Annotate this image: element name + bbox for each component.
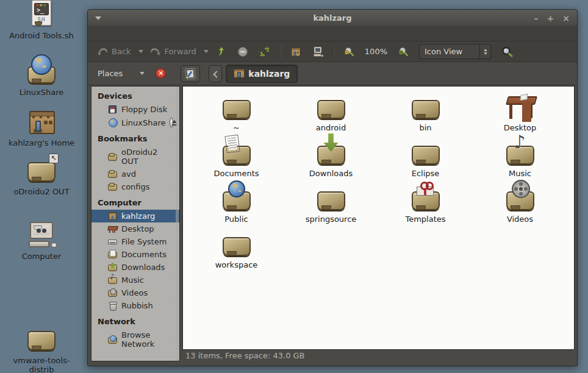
search-button[interactable] xyxy=(497,43,517,60)
desktop-icon[interactable]: Computer xyxy=(2,221,81,261)
sidebar-item[interactable]: Music xyxy=(91,274,179,286)
sidebar-item[interactable]: configs xyxy=(91,180,179,193)
window-title: kahlzarg xyxy=(88,13,577,23)
back-label: Back xyxy=(112,47,131,56)
zoom-out-icon xyxy=(343,46,355,58)
sidebar-section: Computer kahlzarg Desktop xyxy=(91,193,179,312)
home-button[interactable] xyxy=(286,43,306,60)
file-icon-item[interactable]: Documents xyxy=(189,140,284,185)
view-mode-select[interactable]: Icon View xyxy=(419,44,491,59)
desk-icon xyxy=(503,94,537,122)
folder-emblem-icon xyxy=(224,135,240,153)
file-icon-item[interactable]: ~ xyxy=(189,94,284,140)
desktop-icon-label: Android Tools.sh xyxy=(9,31,74,40)
back-history-chevron-icon[interactable] xyxy=(138,50,143,53)
stop-button[interactable] xyxy=(233,43,253,60)
home-icon xyxy=(234,69,245,78)
sidebar-item-icon xyxy=(107,211,118,221)
shortcut-badge-icon xyxy=(44,121,48,124)
sidebar-item-icon xyxy=(107,182,118,191)
menu-item[interactable] xyxy=(116,32,127,36)
forward-button[interactable]: Forward xyxy=(146,43,200,60)
minimize-button[interactable]: – xyxy=(534,13,539,23)
forward-history-chevron-icon[interactable] xyxy=(204,50,209,53)
desktop-icon[interactable]: oDroidu2 OUT xyxy=(2,156,81,196)
sidebar-item-icon xyxy=(107,263,118,272)
toggle-path-entry-button[interactable] xyxy=(181,65,200,82)
sidebar-item[interactable]: Videos xyxy=(91,286,179,299)
sidebar-scrollbar[interactable] xyxy=(176,87,179,361)
sidebar-item[interactable]: File System xyxy=(91,235,179,248)
close-side-pane-button[interactable]: ✕ xyxy=(156,68,166,79)
file-icon-item[interactable]: Downloads xyxy=(284,140,378,185)
sidebar-item[interactable]: Browse Network xyxy=(91,329,179,350)
desktop-icon[interactable]: LinuxShare xyxy=(2,57,81,97)
sidebar-item[interactable]: oDroidu2 OUT xyxy=(91,146,179,168)
file-icon-item[interactable]: Eclipse xyxy=(378,140,473,185)
sidebar-item[interactable]: kahlzarg xyxy=(91,210,179,222)
sidebar-item-label: Documents xyxy=(121,250,167,259)
stop-icon xyxy=(237,46,249,58)
sidebar-item[interactable]: Rubbish xyxy=(91,299,179,312)
desktop-icon[interactable]: vmware-tools-distrib xyxy=(2,325,81,373)
sidebar-item-icon xyxy=(107,288,118,297)
menu-item[interactable] xyxy=(149,32,160,36)
sidebar-item[interactable]: Documents xyxy=(91,248,179,261)
sidebar-item[interactable]: Desktop xyxy=(91,222,179,235)
maximize-button[interactable]: + xyxy=(547,13,554,23)
file-icon-item[interactable]: springsource xyxy=(284,185,378,231)
sidebar-item-icon xyxy=(107,152,118,162)
file-icon-image xyxy=(503,140,537,168)
sidebar-item[interactable]: avd xyxy=(91,168,179,180)
eject-icon[interactable] xyxy=(170,118,173,127)
zoom-in-button[interactable] xyxy=(393,43,413,60)
path-scroll-left-button[interactable] xyxy=(209,65,222,82)
sidebar-item-label: kahlzarg xyxy=(121,211,155,221)
refresh-button[interactable] xyxy=(255,43,274,60)
file-icon-item[interactable]: Templates xyxy=(378,185,473,231)
file-name-label: Eclipse xyxy=(412,169,440,178)
desktop-icon-image xyxy=(24,221,59,250)
sidebar-item[interactable]: Downloads xyxy=(91,261,179,274)
path-segment-button[interactable]: kahlzarg xyxy=(226,65,298,83)
pathbar: Places ✕ kahlzarg xyxy=(88,62,577,85)
shortcut-badge-icon xyxy=(51,243,57,247)
titlebar[interactable]: kahlzarg – + × xyxy=(88,10,577,27)
file-icon-image xyxy=(220,231,254,259)
shortcut-badge-icon: SH xyxy=(34,16,49,23)
menu-item[interactable] xyxy=(127,32,138,36)
menu-item[interactable] xyxy=(105,32,116,36)
window-menu-icon[interactable] xyxy=(95,16,101,20)
close-button[interactable]: × xyxy=(562,13,570,23)
file-name-label: Videos xyxy=(507,215,533,224)
file-icon-item[interactable]: workspace xyxy=(189,231,284,277)
toolbar-separator xyxy=(333,45,334,59)
desktop-icon[interactable]: SH Android Tools.sh xyxy=(2,0,81,40)
file-icon-item[interactable]: Videos xyxy=(473,185,567,231)
desktop-icon[interactable]: kahlzarg's Home xyxy=(2,107,81,147)
file-icon-item[interactable]: Music xyxy=(473,140,567,185)
back-button[interactable]: Back xyxy=(93,43,135,60)
file-icon-item[interactable]: Public xyxy=(189,185,284,231)
file-icon-item[interactable]: bin xyxy=(378,94,473,140)
sidebar-item-label: Desktop xyxy=(121,224,154,233)
select-spinner-icon xyxy=(479,45,490,59)
menu-item[interactable] xyxy=(94,32,105,36)
sidebar-item-icon xyxy=(107,118,118,127)
up-button[interactable] xyxy=(211,43,231,60)
computer-button[interactable] xyxy=(308,43,328,60)
sidebar-item-icon xyxy=(107,335,118,344)
sidebar-item-label: configs xyxy=(121,182,150,191)
desktop-icon-image xyxy=(24,325,59,354)
folder-emblem-icon xyxy=(417,187,434,196)
file-icon-item[interactable]: android xyxy=(284,94,378,140)
zoom-out-button[interactable] xyxy=(339,43,359,60)
side-pane-selector[interactable]: Places xyxy=(94,66,148,80)
menu-item[interactable] xyxy=(138,32,149,36)
sidebar-item[interactable]: Floppy Disk xyxy=(91,103,179,116)
folder-icon xyxy=(317,100,345,119)
sidebar-item[interactable]: LinuxShare xyxy=(91,116,179,129)
file-view: ~ android xyxy=(182,86,575,350)
folder-icon xyxy=(223,100,251,119)
icon-shape xyxy=(27,331,56,350)
